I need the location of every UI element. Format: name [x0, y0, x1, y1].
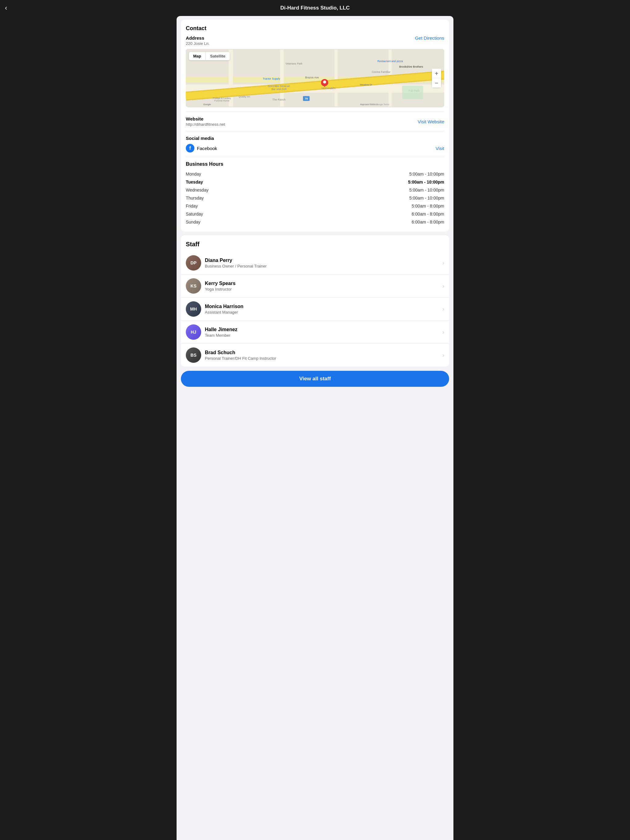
staff-info: Monica Harrison Assistant Manager: [205, 304, 438, 314]
staff-item[interactable]: MH Monica Harrison Assistant Manager ›: [181, 297, 449, 321]
view-all-staff-button[interactable]: View all staff: [181, 371, 449, 387]
map-container[interactable]: Brazos Ave Meadow Dr Veterans Park Resta…: [186, 49, 444, 107]
hours-value: 6:00am - 8:00pm: [285, 210, 444, 218]
svg-text:The Ranch: The Ranch: [272, 98, 285, 101]
map-zoom-controls: + −: [432, 69, 441, 88]
chevron-right-icon: ›: [442, 352, 444, 358]
get-directions-link[interactable]: Get Directions: [415, 35, 444, 41]
svg-text:Keyboard shortcuts: Keyboard shortcuts: [360, 103, 378, 106]
hours-day: Tuesday: [186, 178, 285, 186]
contact-title: Contact: [186, 25, 444, 32]
chevron-right-icon: ›: [442, 260, 444, 266]
hours-row: Sunday 6:00am - 8:00pm: [186, 218, 444, 226]
facebook-item: f Facebook: [186, 144, 217, 153]
hours-table: Monday 5:00am - 10:00pm Tuesday 5:00am -…: [186, 170, 444, 226]
hours-value: 5:00am - 8:00pm: [285, 202, 444, 210]
staff-role: Assistant Manager: [205, 310, 438, 314]
hours-value: 5:00am - 10:00pm: [285, 170, 444, 178]
svg-text:Cocina Familiar: Cocina Familiar: [372, 70, 390, 74]
page-title: Di-Hard Fitness Studio, LLC: [280, 5, 350, 11]
hours-value: 5:00am - 10:00pm: [285, 186, 444, 194]
social-media-label: Social media: [186, 136, 444, 141]
hours-row: Tuesday 5:00am - 10:00pm: [186, 178, 444, 186]
staff-name: Monica Harrison: [205, 304, 438, 309]
chevron-right-icon: ›: [442, 306, 444, 313]
staff-list: DP Diana Perry Business Owner / Personal…: [181, 251, 449, 366]
business-hours-section: Business Hours Monday 5:00am - 10:00pm T…: [186, 161, 444, 226]
divider-3: [186, 157, 444, 157]
visit-facebook-link[interactable]: Visit: [435, 146, 444, 151]
chevron-right-icon: ›: [442, 283, 444, 289]
hours-day: Thursday: [186, 194, 285, 202]
hours-day: Friday: [186, 202, 285, 210]
zoom-in-button[interactable]: +: [432, 69, 441, 78]
facebook-row: f Facebook Visit: [186, 144, 444, 153]
staff-avatar: KS: [186, 278, 201, 294]
svg-text:Google: Google: [203, 103, 211, 106]
website-value: http://dihardfitness.net: [186, 122, 225, 127]
website-label: Website: [186, 116, 225, 122]
staff-info: Brad Schuch Personal Trainer/DH Fit Camp…: [205, 350, 438, 361]
staff-role: Personal Trainer/DH Fit Camp Instructor: [205, 356, 438, 361]
hours-row: Monday 5:00am - 10:00pm: [186, 170, 444, 178]
map-tabs: Map Satellite: [189, 52, 230, 60]
staff-name: Brad Schuch: [205, 350, 438, 355]
top-bar: ‹ Di-Hard Fitness Studio, LLC: [0, 0, 630, 16]
hours-day: Wednesday: [186, 186, 285, 194]
address-value: 220 Josie Ln.: [186, 41, 209, 46]
svg-text:Bar and Grill: Bar and Grill: [271, 88, 287, 91]
zoom-out-button[interactable]: −: [432, 78, 441, 88]
chevron-right-icon: ›: [442, 329, 444, 335]
hours-row: Saturday 6:00am - 8:00pm: [186, 210, 444, 218]
staff-info: Kerry Spears Yoga Instructor: [205, 281, 438, 292]
staff-section: Staff DP Diana Perry Business Owner / Pe…: [181, 235, 449, 366]
staff-title: Staff: [181, 235, 449, 251]
staff-item[interactable]: BS Brad Schuch Personal Trainer/DH Fit C…: [181, 343, 449, 366]
svg-text:Restaurant and pizza: Restaurant and pizza: [377, 60, 403, 63]
hours-label: Business Hours: [186, 161, 444, 167]
address-label: Address: [186, 35, 209, 41]
staff-role: Team Member: [205, 333, 438, 338]
svg-text:Tractor Supply: Tractor Supply: [263, 77, 280, 80]
hours-day: Monday: [186, 170, 285, 178]
map-bg: Brazos Ave Meadow Dr Veterans Park Resta…: [186, 49, 444, 107]
staff-avatar: BS: [186, 347, 201, 363]
divider-1: [186, 112, 444, 112]
hours-row: Wednesday 5:00am - 10:00pm: [186, 186, 444, 194]
staff-avatar: HJ: [186, 324, 201, 340]
website-row: Website http://dihardfitness.net Visit W…: [186, 116, 444, 127]
staff-name: Halle Jimenez: [205, 327, 438, 332]
address-row: Address 220 Josie Ln. Get Directions: [186, 35, 444, 46]
map-tab-satellite[interactable]: Satellite: [206, 52, 230, 60]
hours-value: 5:00am - 10:00pm: [285, 178, 444, 186]
contact-card: Contact Address 220 Josie Ln. Get Direct…: [181, 20, 449, 232]
svg-text:79: 79: [305, 97, 308, 100]
staff-item[interactable]: HJ Halle Jimenez Team Member ›: [181, 321, 449, 343]
visit-website-link[interactable]: Visit Website: [418, 119, 444, 124]
hours-day: Saturday: [186, 210, 285, 218]
hours-value: 5:00am - 10:00pm: [285, 194, 444, 202]
divider-2: [186, 131, 444, 131]
staff-name: Kerry Spears: [205, 281, 438, 286]
svg-text:Gonzales Mexican: Gonzales Mexican: [268, 85, 290, 88]
hours-row: Friday 5:00am - 8:00pm: [186, 202, 444, 210]
facebook-label: Facebook: [197, 146, 217, 151]
staff-name: Diana Perry: [205, 257, 438, 263]
staff-info: Diana Perry Business Owner / Personal Tr…: [205, 257, 438, 268]
hours-value: 6:00am - 8:00pm: [285, 218, 444, 226]
back-button[interactable]: ‹: [5, 4, 7, 12]
staff-info: Halle Jimenez Team Member: [205, 327, 438, 338]
map-tab-map[interactable]: Map: [189, 52, 206, 60]
staff-item[interactable]: DP Diana Perry Business Owner / Personal…: [181, 251, 449, 274]
svg-text:Brookshire Brothers: Brookshire Brothers: [399, 65, 423, 68]
hours-day: Sunday: [186, 218, 285, 226]
svg-text:Quality Inn: Quality Inn: [239, 95, 250, 98]
main-scroll: Contact Address 220 Josie Ln. Get Direct…: [177, 16, 453, 840]
staff-avatar: DP: [186, 255, 201, 271]
svg-text:Veterans Park: Veterans Park: [285, 62, 303, 65]
facebook-icon: f: [186, 144, 195, 153]
svg-text:Meadow Dr: Meadow Dr: [360, 83, 372, 86]
staff-item[interactable]: KS Kerry Spears Yoga Instructor ›: [181, 274, 449, 297]
staff-avatar: MH: [186, 301, 201, 317]
svg-text:Brazos Ave: Brazos Ave: [305, 76, 319, 79]
